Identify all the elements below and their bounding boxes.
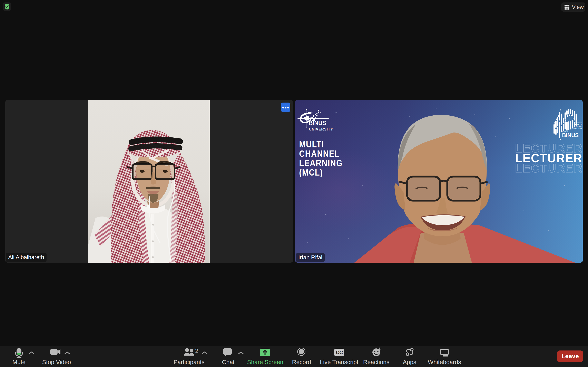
svg-text:EMPOWERING: EMPOWERING — [574, 122, 582, 124]
svg-text:BINUS: BINUS — [309, 119, 326, 126]
svg-text:THE NATION: THE NATION — [572, 128, 582, 130]
svg-text:BINUS: BINUS — [562, 132, 579, 139]
svg-text:CC: CC — [336, 350, 343, 355]
svg-text:SOCIETY: SOCIETY — [574, 124, 582, 126]
svg-text:BUILDING: BUILDING — [576, 126, 582, 127]
svg-text:2: 2 — [195, 348, 198, 354]
svg-text:UNIVERSITY: UNIVERSITY — [309, 127, 333, 131]
